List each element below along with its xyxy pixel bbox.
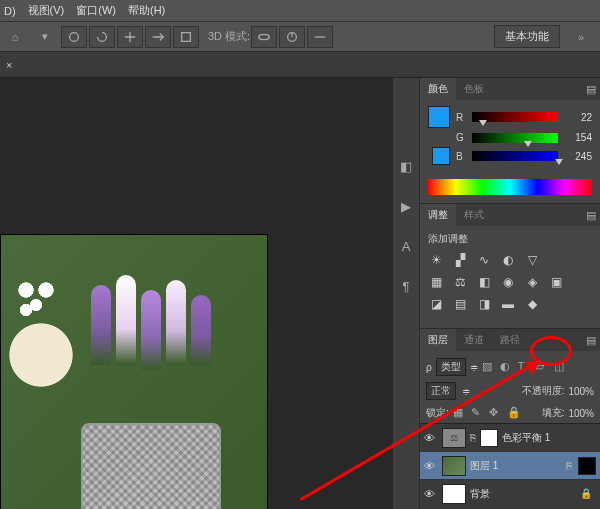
history-icon[interactable]: ◧ <box>398 158 414 174</box>
brightness-icon[interactable]: ☀ <box>428 252 444 268</box>
layer-row-copy[interactable]: 👁 图层 1 ⎘ <box>420 452 600 480</box>
filter-pixel-icon[interactable]: ▧ <box>482 360 496 374</box>
b-value[interactable]: 245 <box>564 151 592 162</box>
tool-home-icon[interactable]: ⌂ <box>0 26 30 48</box>
channel-mixer-icon[interactable]: ◈ <box>524 274 540 290</box>
visibility-icon[interactable]: 👁 <box>424 488 438 500</box>
tool-dropdown-icon[interactable]: ▾ <box>30 26 60 48</box>
search-icon[interactable]: » <box>566 26 596 48</box>
menu-bar: D) 视图(V) 窗口(W) 帮助(H) <box>0 0 600 22</box>
link-icon[interactable]: ⎘ <box>566 460 572 471</box>
opacity-value[interactable]: 100% <box>568 386 594 397</box>
filter-adjust-icon[interactable]: ◐ <box>500 360 514 374</box>
options-bar: ⌂ ▾ 3D 模式: 基本功能 » <box>0 22 600 52</box>
fill-value[interactable]: 100% <box>568 408 594 419</box>
blend-mode-dropdown[interactable]: 正常 <box>426 382 456 400</box>
selective-color-icon[interactable]: ◆ <box>524 296 540 312</box>
tab-channels[interactable]: 通道 <box>456 329 492 351</box>
lock-move-icon[interactable]: ✥ <box>489 406 503 420</box>
layer-row-adjustment[interactable]: 👁 ⚖ ⎘ 色彩平衡 1 <box>420 424 600 452</box>
gradient-map-icon[interactable]: ▬ <box>500 296 516 312</box>
scale-icon[interactable] <box>173 26 199 48</box>
collapsed-panel-strip: ◧ ▶ A ¶ <box>392 78 420 509</box>
invert-icon[interactable]: ◪ <box>428 296 444 312</box>
tab-color[interactable]: 颜色 <box>420 78 456 100</box>
layer-mask-thumb[interactable] <box>578 457 596 475</box>
b-slider[interactable] <box>472 151 558 161</box>
3d-pan-icon[interactable] <box>307 26 333 48</box>
canvas-area[interactable] <box>0 78 392 509</box>
panel-menu-icon[interactable]: ▤ <box>586 209 596 222</box>
tab-close-icon[interactable]: × <box>6 59 12 71</box>
g-slider[interactable] <box>472 133 558 143</box>
bw-icon[interactable]: ◧ <box>476 274 492 290</box>
visibility-icon[interactable]: 👁 <box>424 432 438 444</box>
fill-label: 填充: <box>542 406 565 420</box>
foreground-swatch[interactable] <box>428 106 450 128</box>
vibrance-icon[interactable]: ▽ <box>524 252 540 268</box>
type-icon[interactable]: A <box>398 238 414 254</box>
layer-list: 👁 ⚖ ⎘ 色彩平衡 1 👁 图层 1 ⎘ 👁 <box>420 423 600 509</box>
menu-window[interactable]: 窗口(W) <box>76 3 116 18</box>
layer-thumb[interactable] <box>442 484 466 504</box>
mode-3d-label: 3D 模式: <box>208 29 250 44</box>
svg-point-2 <box>259 34 270 39</box>
g-value[interactable]: 154 <box>564 132 592 143</box>
layer-thumb[interactable]: ⚖ <box>442 428 466 448</box>
tab-styles[interactable]: 样式 <box>456 204 492 226</box>
background-swatch[interactable] <box>432 147 450 165</box>
levels-icon[interactable]: ▞ <box>452 252 468 268</box>
filter-smart-icon[interactable]: ◫ <box>554 360 568 374</box>
tab-layers[interactable]: 图层 <box>420 329 456 351</box>
panel-menu-icon[interactable]: ▤ <box>586 83 596 96</box>
link-icon[interactable]: ⎘ <box>470 432 476 443</box>
pan-icon[interactable] <box>117 26 143 48</box>
lock-paint-icon[interactable]: ✎ <box>471 406 485 420</box>
filter-kind-dropdown[interactable]: 类型 <box>436 358 466 376</box>
layer-row-background[interactable]: 👁 背景 🔒 <box>420 480 600 508</box>
menu-help[interactable]: 帮助(H) <box>128 3 165 18</box>
threshold-icon[interactable]: ◨ <box>476 296 492 312</box>
tab-adjustments[interactable]: 调整 <box>420 204 456 226</box>
posterize-icon[interactable]: ▤ <box>452 296 468 312</box>
r-slider[interactable] <box>472 112 558 122</box>
layer-name[interactable]: 色彩平衡 1 <box>502 431 550 445</box>
lookup-icon[interactable]: ▣ <box>548 274 564 290</box>
photo-filter-icon[interactable]: ◉ <box>500 274 516 290</box>
menu-view[interactable]: 视图(V) <box>28 3 65 18</box>
roll-icon[interactable] <box>89 26 115 48</box>
slide-icon[interactable] <box>145 26 171 48</box>
color-spectrum[interactable] <box>428 179 592 195</box>
lock-all-icon[interactable]: 🔒 <box>507 406 521 420</box>
lock-label: 锁定: <box>426 406 449 420</box>
play-icon[interactable]: ▶ <box>398 198 414 214</box>
filter-type-icon[interactable]: T <box>518 360 532 374</box>
g-label: G <box>456 132 466 143</box>
orbit-icon[interactable] <box>61 26 87 48</box>
right-panels: 颜色 色板 ▤ R 22 G 154 B <box>420 78 600 509</box>
filter-shape-icon[interactable]: ▱ <box>536 360 550 374</box>
panel-menu-icon[interactable]: ▤ <box>586 334 596 347</box>
document-image <box>0 234 268 509</box>
hue-icon[interactable]: ▦ <box>428 274 444 290</box>
curves-icon[interactable]: ∿ <box>476 252 492 268</box>
lock-trans-icon[interactable]: ▦ <box>453 406 467 420</box>
layer-name[interactable]: 背景 <box>470 487 490 501</box>
b-label: B <box>456 151 466 162</box>
document-tab-bar: × <box>0 52 600 78</box>
visibility-icon[interactable]: 👁 <box>424 460 438 472</box>
workspace-basic-button[interactable]: 基本功能 <box>494 25 560 48</box>
r-value[interactable]: 22 <box>564 112 592 123</box>
paragraph-icon[interactable]: ¶ <box>398 278 414 294</box>
3d-orbit-icon[interactable] <box>251 26 277 48</box>
exposure-icon[interactable]: ◐ <box>500 252 516 268</box>
layer-thumb[interactable] <box>442 456 466 476</box>
menu-d[interactable]: D) <box>4 5 16 17</box>
3d-roll-icon[interactable] <box>279 26 305 48</box>
svg-rect-1 <box>182 32 191 41</box>
layer-name[interactable]: 图层 1 <box>470 459 498 473</box>
tab-paths[interactable]: 路径 <box>492 329 528 351</box>
color-balance-icon[interactable]: ⚖ <box>452 274 468 290</box>
tab-swatches[interactable]: 色板 <box>456 78 492 100</box>
layer-mask-thumb[interactable] <box>480 429 498 447</box>
